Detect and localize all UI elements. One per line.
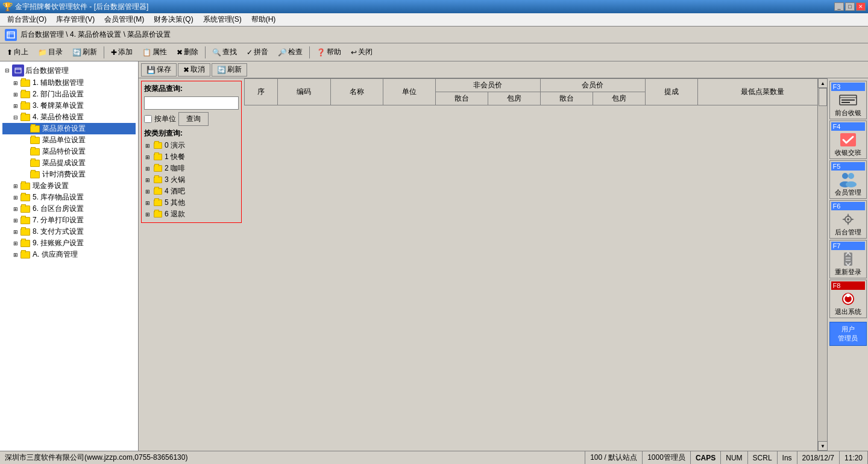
sidebar-item-6[interactable]: ⊞ 5. 库存物品设置 <box>2 192 136 203</box>
toolbar-refresh-button[interactable]: 🔄 刷新 <box>68 45 101 60</box>
dish-search-input[interactable] <box>144 96 239 110</box>
scroll-down-arrow[interactable]: ▼ <box>818 441 827 451</box>
toolbar-up-button[interactable]: ⬆ 向上 <box>2 45 33 60</box>
svg-point-16 <box>847 218 849 221</box>
query-button[interactable]: 查询 <box>178 112 209 126</box>
cat-expander-4[interactable]: ⊞ <box>145 189 153 195</box>
toolbar-check-button[interactable]: 🔎 检查 <box>274 45 307 60</box>
scroll-track[interactable] <box>818 88 827 441</box>
menu-help[interactable]: 帮助(H) <box>247 13 281 26</box>
toolbar-pinyin-button[interactable]: ✓ 拼音 <box>242 45 272 60</box>
sidebar-item-4[interactable]: ⊟ 4. 菜品价格设置 <box>2 111 136 123</box>
tree-root[interactable]: ⊟ 后台数据管理 <box>2 64 136 77</box>
pinyin-icon: ✓ <box>247 48 253 57</box>
scroll-thumb[interactable] <box>819 88 827 106</box>
close-button[interactable]: ✕ <box>856 2 866 11</box>
expander-8[interactable]: ⊞ <box>12 217 19 224</box>
sidebar-item-4-5[interactable]: · 计时消费设置 <box>2 169 136 180</box>
folder-icon-4 <box>20 114 30 121</box>
sidebar-item-9[interactable]: ⊞ 8. 支付方式设置 <box>2 226 136 237</box>
expander-6[interactable]: ⊞ <box>12 194 19 201</box>
cat-expander-6[interactable]: ⊞ <box>145 212 153 218</box>
save-button[interactable]: 💾 保存 <box>141 63 177 77</box>
menu-inventory[interactable]: 库存管理(V) <box>51 13 99 26</box>
toolbar-close-button[interactable]: ↩ 关闭 <box>347 45 377 60</box>
func-btn-f4[interactable]: F4 收银交班 <box>829 121 867 159</box>
time-display: 11:20 <box>840 451 868 464</box>
func-btn-f5[interactable]: F5 会员管理 <box>829 160 867 199</box>
sidebar-item-4-2[interactable]: · 菜品单位设置 <box>2 134 136 146</box>
sidebar-item-4-4[interactable]: · 菜品提成设置 <box>2 157 136 169</box>
sidebar-label-5: 现金券设置 <box>33 181 69 191</box>
expander-5[interactable]: ⊞ <box>12 183 19 190</box>
category-item-3[interactable]: ⊞ 3 火锅 <box>144 174 239 186</box>
menu-finance[interactable]: 财务决策(Q) <box>149 13 198 26</box>
toolbar-help-button[interactable]: ❓ 帮助 <box>312 45 345 60</box>
user-status-text: 1000管理员 <box>647 453 685 463</box>
cat-expander-0[interactable]: ⊞ <box>145 143 153 149</box>
sidebar-item-1[interactable]: ⊞ 1. 辅助数据管理 <box>2 77 136 89</box>
data-table-scroll[interactable]: 序 编码 名称 单位 非会员价 会员价 提成 最低点菜数量 散台 <box>244 78 827 451</box>
cat-expander-1[interactable]: ⊞ <box>145 154 153 160</box>
func-btn-f3[interactable]: F3 前台收银 <box>829 81 867 119</box>
expander-7[interactable]: ⊞ <box>12 205 19 213</box>
category-search-label: 按类别查询: <box>144 128 239 139</box>
title-bar: 🏆 金宇招牌餐饮管理软件 - [后台数据管理器] _ □ ✕ <box>0 0 868 13</box>
category-item-0[interactable]: ⊞ 0 演示 <box>144 140 239 151</box>
func-btn-f6[interactable]: F6 后台管理 <box>829 200 867 239</box>
sidebar-item-4-3[interactable]: · 菜品特价设置 <box>2 146 136 157</box>
content-refresh-button[interactable]: 🔄 刷新 <box>212 63 247 77</box>
f3-key: F3 <box>831 83 865 91</box>
expander-1[interactable]: ⊞ <box>12 80 19 87</box>
data-table-area: 序 编码 名称 单位 非会员价 会员价 提成 最低点菜数量 散台 <box>244 78 827 451</box>
sidebar-item-11[interactable]: ⊞ A. 供应商管理 <box>2 249 136 260</box>
cat-expander-2[interactable]: ⊞ <box>145 166 153 172</box>
cat-expander-5[interactable]: ⊞ <box>145 200 153 206</box>
expander-3[interactable]: ⊞ <box>12 102 19 110</box>
sidebar-item-10[interactable]: ⊞ 9. 挂账账户设置 <box>2 237 136 249</box>
category-item-2[interactable]: ⊞ 2 咖啡 <box>144 163 239 174</box>
home-icon: 📁 <box>38 48 47 57</box>
root-icon <box>12 64 24 77</box>
cancel-button[interactable]: ✖ 取消 <box>178 63 210 77</box>
by-unit-checkbox[interactable] <box>144 115 152 123</box>
sidebar-item-4-1[interactable]: · 菜品原价设置 <box>2 123 136 134</box>
folder-icon-3 <box>20 102 30 110</box>
root-expander[interactable]: ⊟ <box>4 67 11 74</box>
ins-indicator: Ins <box>778 451 797 464</box>
toolbar-find-button[interactable]: 🔍 查找 <box>208 45 241 60</box>
category-item-5[interactable]: ⊞ 5 其他 <box>144 197 239 208</box>
sidebar-item-7[interactable]: ⊞ 6. 台区台房设置 <box>2 203 136 215</box>
maximize-button[interactable]: □ <box>845 2 855 11</box>
help-icon: ❓ <box>316 48 326 57</box>
vertical-scrollbar[interactable]: ▲ ▼ <box>817 78 827 451</box>
menu-frontend[interactable]: 前台营业(O) <box>2 13 51 26</box>
cat-expander-3[interactable]: ⊞ <box>145 177 153 183</box>
menu-system[interactable]: 系统管理(S) <box>198 13 247 26</box>
expander-2[interactable]: ⊞ <box>12 91 19 98</box>
scroll-up-arrow[interactable]: ▲ <box>818 78 827 88</box>
sidebar-item-3[interactable]: ⊞ 3. 餐牌菜单设置 <box>2 100 136 111</box>
toolbar-delete-button[interactable]: ✖ 删除 <box>172 45 203 60</box>
toolbar-home-button[interactable]: 📁 目录 <box>34 45 67 60</box>
folder-icon-10 <box>20 240 30 247</box>
category-item-1[interactable]: ⊞ 1 快餐 <box>144 151 239 163</box>
minimize-button[interactable]: _ <box>834 2 844 11</box>
sidebar-item-8[interactable]: ⊞ 7. 分单打印设置 <box>2 215 136 226</box>
expander-9[interactable]: ⊞ <box>12 228 19 236</box>
sidebar-item-2[interactable]: ⊞ 2. 部门出品设置 <box>2 89 136 100</box>
func-btn-f7[interactable]: F7 重新登录 <box>829 240 867 278</box>
expander-4[interactable]: ⊟ <box>12 114 19 121</box>
app-icon: 🏆 <box>2 2 13 11</box>
toolbar-property-button[interactable]: 📋 属性 <box>138 45 171 60</box>
expander-11[interactable]: ⊞ <box>12 251 19 259</box>
folder-icon-11 <box>20 251 30 259</box>
sidebar-item-5[interactable]: ⊞ 现金券设置 <box>2 180 136 192</box>
expander-10[interactable]: ⊞ <box>12 240 19 247</box>
category-item-4[interactable]: ⊞ 4 酒吧 <box>144 186 239 197</box>
category-item-6[interactable]: ⊞ 6 退款 <box>144 208 239 220</box>
menu-member[interactable]: 会员管理(M) <box>99 13 149 26</box>
toolbar-add-button[interactable]: ✚ 添加 <box>107 45 137 60</box>
station-status: 100 / 默认站点 <box>585 451 643 464</box>
func-btn-f8[interactable]: F8 退出系统 <box>829 280 867 318</box>
